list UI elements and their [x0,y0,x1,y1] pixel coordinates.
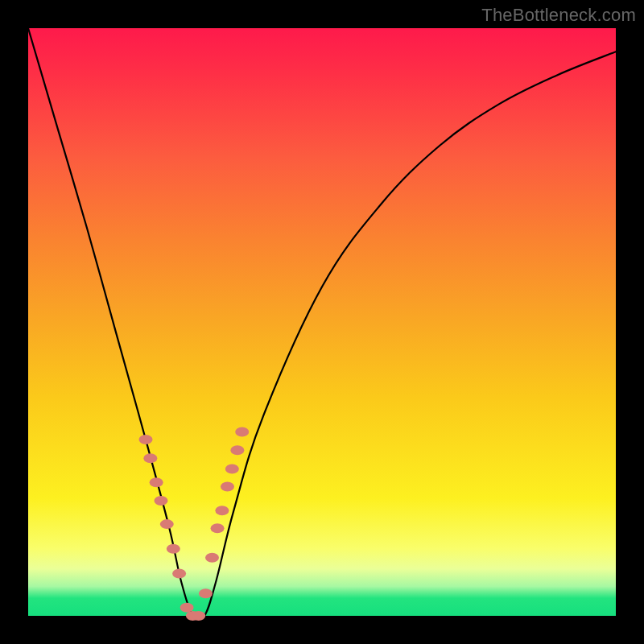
bead [160,519,174,529]
bead [172,568,186,578]
bottleneck-curve [28,28,616,621]
bead [199,588,213,598]
bead [180,603,194,613]
plot-area [28,28,616,616]
watermark-label: TheBottleneck.com [481,5,636,26]
bead [215,506,229,515]
bead [235,427,249,437]
bead [211,523,225,533]
bead [139,435,153,444]
bead [154,496,167,506]
bead [221,481,234,491]
bead [143,453,157,463]
chart-frame: TheBottleneck.com [0,0,644,644]
bead [225,464,239,474]
bead [192,611,205,621]
highlight-beads [139,427,250,621]
curve-svg [28,28,616,616]
bead [150,477,163,487]
bead [205,553,219,563]
bead [230,445,244,455]
bead [167,544,180,554]
